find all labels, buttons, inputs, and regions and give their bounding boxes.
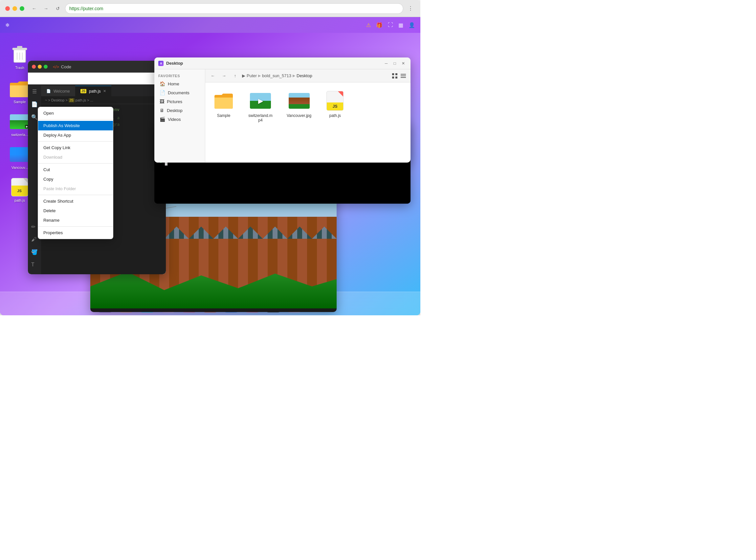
pathjs-icon: JS: [10, 177, 29, 197]
back-button[interactable]: ←: [29, 4, 39, 13]
sidebar-item-documents-label: Documents: [168, 90, 189, 95]
fm-title: Desktop: [166, 61, 183, 66]
sidebar-item-videos[interactable]: 🎬 Videos: [156, 115, 204, 123]
ctx-paste-into-folder: Paste Into Folder: [38, 184, 113, 194]
fm-close-btn[interactable]: ✕: [400, 60, 407, 67]
sidebar-item-desktop[interactable]: 🖥 Desktop: [156, 106, 204, 115]
puter-toolbar-right: ⚠ 🎁 ⛶ ▦ 👤: [366, 22, 415, 28]
ctx-cut[interactable]: Cut: [38, 165, 113, 174]
fm-switzerland-icon: ▶: [250, 90, 271, 111]
trash-icon: [10, 45, 29, 64]
switzerland-icon: ▶: [10, 112, 29, 132]
ctx-download: Download: [38, 153, 113, 162]
code-breadcrumb: ~ > Desktop > JS path.js > ...: [41, 96, 166, 104]
sample-folder-icon: [10, 79, 29, 99]
sidebar-item-pictures[interactable]: 🖼 Pictures: [156, 97, 204, 106]
ctx-create-shortcut[interactable]: Create Shortcut: [38, 196, 113, 206]
puter-toolbar: ❄ ⚠ 🎁 ⛶ ▦ 👤: [0, 17, 421, 33]
fm-file-switzerland[interactable]: ▶ switzerland.mp4: [245, 88, 276, 157]
code-maximize-button[interactable]: [44, 65, 48, 69]
fm-forward-btn[interactable]: →: [220, 72, 228, 80]
fm-files: Sample ▶ switzerland.mp4: [205, 82, 410, 163]
code-sidebar-files-icon[interactable]: 📄: [30, 100, 39, 109]
ctx-delete[interactable]: Delete: [38, 206, 113, 216]
fm-folder-icon: [213, 90, 234, 111]
ctx-open[interactable]: Open: [38, 108, 113, 118]
fm-file-vancouver[interactable]: Vancouver.jpg: [284, 88, 314, 157]
browser-menu-button[interactable]: ⋮: [406, 4, 415, 13]
fm-file-sample[interactable]: Sample: [210, 88, 237, 157]
code-close-button[interactable]: [32, 65, 36, 69]
user-icon[interactable]: 👤: [409, 22, 415, 28]
tab-welcome[interactable]: 📄 Welcome: [41, 86, 75, 96]
ctx-properties[interactable]: Properties: [38, 228, 113, 238]
fm-back-btn[interactable]: ←: [208, 72, 217, 80]
fm-toolbar: ← → ↑ ▶ Puter ▶ bold_sun_5713 ▶ Desktop: [205, 69, 410, 82]
warning-icon[interactable]: ⚠: [366, 22, 371, 28]
ctx-sep5: [38, 226, 113, 227]
fm-titlebar: 🖥 Desktop ─ □ ✕: [155, 58, 410, 69]
fullscreen-icon[interactable]: ⛶: [388, 22, 393, 28]
svg-rect-2: [17, 46, 22, 48]
sidebar-item-videos-label: Videos: [168, 117, 181, 122]
refresh-button[interactable]: ↺: [53, 4, 62, 13]
trash-label: Trash: [15, 66, 24, 69]
fm-body: Favorites 🏠 Home 📄 Documents 🖼 Pictures: [155, 69, 410, 163]
fm-grid-view-btn[interactable]: [391, 72, 399, 80]
sidebar-item-home[interactable]: 🏠 Home: [156, 79, 204, 88]
fm-maximize-btn[interactable]: □: [391, 60, 398, 67]
fm-main: ← → ↑ ▶ Puter ▶ bold_sun_5713 ▶ Desktop: [205, 69, 410, 163]
close-button[interactable]: [5, 6, 10, 11]
tab-pathjs-close[interactable]: ✕: [103, 89, 106, 93]
forward-button[interactable]: →: [41, 4, 50, 13]
fm-bc-puter-label: Puter: [247, 73, 257, 78]
ctx-publish-website[interactable]: Publish As Website: [38, 121, 113, 131]
fm-sidebar: Favorites 🏠 Home 📄 Documents 🖼 Pictures: [155, 69, 205, 163]
code-sidebar-menu-icon[interactable]: ☰: [31, 87, 38, 96]
fm-file-pathjs-label: path.js: [329, 113, 341, 118]
documents-icon: 📄: [160, 90, 165, 95]
browser-window: ← → ↺ https://puter.com ⋮ ❄ ⚠ 🎁 ⛶ ▦ 👤: [0, 0, 421, 315]
address-url: https://puter.com: [69, 6, 103, 11]
sample-label: Sample: [14, 100, 26, 104]
sidebar-item-desktop-label: Desktop: [167, 108, 183, 113]
ctx-get-copy-link[interactable]: Get Copy Link: [38, 143, 113, 153]
ctx-get-copy-link-label: Get Copy Link: [43, 145, 70, 150]
fm-up-btn[interactable]: ↑: [231, 72, 240, 80]
ctx-deploy-app[interactable]: Deploy As App: [38, 131, 113, 140]
fm-bc-sep2: ▶: [293, 74, 295, 78]
code-sidebar-fill-icon[interactable]: 🪣: [30, 248, 39, 257]
code-sidebar-text-icon[interactable]: T: [30, 260, 39, 269]
fm-minimize-btn[interactable]: ─: [383, 60, 389, 67]
fm-list-view-btn[interactable]: [399, 72, 407, 80]
ctx-copy[interactable]: Copy: [38, 174, 113, 184]
fm-bc-user-label: bold_sun_5713: [262, 73, 291, 78]
svg-rect-9: [395, 77, 397, 79]
ctx-delete-label: Delete: [43, 208, 56, 213]
videos-icon: 🎬: [160, 117, 165, 122]
svg-rect-8: [392, 77, 394, 79]
ctx-rename[interactable]: Rename: [38, 216, 113, 225]
maximize-button[interactable]: [20, 6, 24, 11]
fm-window-icon: 🖥: [158, 61, 164, 66]
code-minimize-button[interactable]: [38, 65, 42, 69]
ctx-properties-label: Properties: [43, 230, 63, 235]
code-titlebar: </> Code: [28, 61, 166, 73]
tab-pathjs[interactable]: JS path.js ✕: [75, 86, 112, 96]
minimize-button[interactable]: [13, 6, 17, 11]
ctx-deploy-label: Deploy As App: [43, 133, 71, 138]
address-bar[interactable]: https://puter.com: [65, 3, 403, 14]
ctx-cut-label: Cut: [43, 167, 50, 172]
code-window-controls: [32, 65, 48, 69]
pictures-icon: 🖼: [160, 99, 164, 104]
qr-icon[interactable]: ▦: [399, 22, 403, 28]
ctx-download-label: Download: [43, 155, 62, 160]
ctx-sep2: [38, 141, 113, 142]
ctx-sep1: [38, 119, 113, 120]
desktop-area: Trash Sample ▶ switzer: [0, 33, 421, 315]
gift-icon[interactable]: 🎁: [376, 22, 383, 28]
fm-file-pathjs[interactable]: JS path.js: [322, 88, 348, 157]
ctx-open-label: Open: [43, 111, 54, 116]
ctx-paste-label: Paste Into Folder: [43, 186, 76, 191]
sidebar-item-documents[interactable]: 📄 Documents: [156, 88, 204, 97]
